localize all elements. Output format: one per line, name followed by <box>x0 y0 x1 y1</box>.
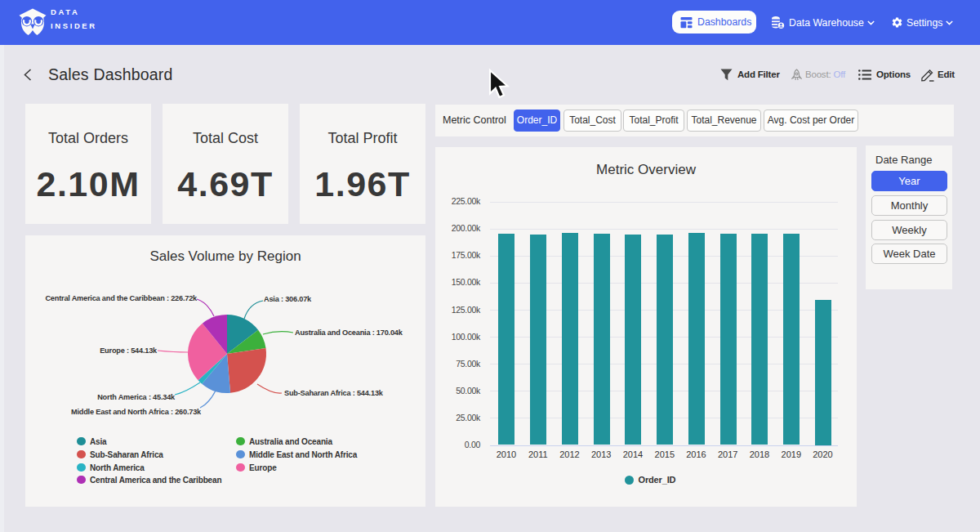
svg-text:Asia : 306.07k: Asia : 306.07k <box>264 295 312 303</box>
svg-text:Middle East and North Africa :: Middle East and North Africa : 260.73k <box>71 408 202 416</box>
svg-text:Sub-Saharan Africa : 544.13k: Sub-Saharan Africa : 544.13k <box>284 389 384 397</box>
svg-text:Australia and Oceania : 170.04: Australia and Oceania : 170.04k <box>295 329 403 337</box>
svg-text:Europe : 544.13k: Europe : 544.13k <box>100 346 158 355</box>
svg-text:North America : 45.34k: North America : 45.34k <box>97 393 176 401</box>
svg-text:Central America and the Caribb: Central America and the Caribbean : 226.… <box>45 294 198 302</box>
